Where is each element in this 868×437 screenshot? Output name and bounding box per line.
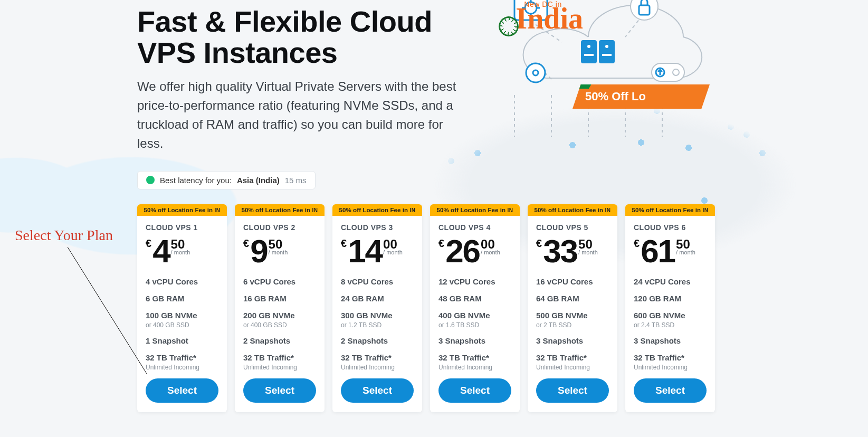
annotation-arrow-icon <box>68 247 163 384</box>
ribbon-flag: IN <box>215 207 221 213</box>
plan-name: CLOUD VPS 4 <box>438 223 511 232</box>
spec-traffic: 32 TB Traffic* Unlimited Incoming <box>243 353 316 371</box>
select-plan-button[interactable]: Select <box>243 378 316 403</box>
price-cents: 50 <box>171 238 190 251</box>
plan-name: CLOUD VPS 3 <box>341 223 414 232</box>
spec-ram: 120 GB RAM <box>634 294 707 303</box>
currency-symbol: € <box>341 238 347 249</box>
spec-traffic: 32 TB Traffic* Unlimited Incoming <box>438 353 511 371</box>
price-cents: 50 <box>578 238 598 251</box>
plan-price: € 9 50 / month <box>243 235 316 268</box>
ribbon-text: 50% off Location Fee in <box>632 207 701 213</box>
latency-location: Asia (India) <box>237 176 280 185</box>
annotation-select-your-plan: Select Your Plan <box>15 227 113 244</box>
ribbon-flag: IN <box>410 207 416 213</box>
currency-symbol: € <box>438 238 444 249</box>
select-plan-button[interactable]: Select <box>536 378 609 403</box>
spec-traffic-sub: Unlimited Incoming <box>438 364 511 371</box>
spec-traffic: 32 TB Traffic* Unlimited Incoming <box>634 353 707 371</box>
spec-nvme: 500 GB NVMe or 2 TB SSD <box>536 311 609 329</box>
plan-price: € 14 00 / month <box>341 235 414 268</box>
spec-traffic-main: 32 TB Traffic* <box>341 353 392 362</box>
select-plan-button[interactable]: Select <box>341 378 414 403</box>
latency-ms: 15 ms <box>285 176 307 185</box>
ribbon-text: 50% off Location Fee in <box>534 207 603 213</box>
page-title: Fast & Flexible Cloud VPS Instances <box>137 6 475 69</box>
ribbon-text: 50% off Location Fee in <box>241 207 310 213</box>
spec-nvme-alt: or 2 TB SSD <box>536 321 609 329</box>
spec-cpu: 8 vCPU Cores <box>341 277 414 287</box>
price-period: / month <box>676 250 695 255</box>
ribbon-flag: IN <box>605 207 611 213</box>
spec-nvme: 600 GB NVMe or 2.4 TB SSD <box>634 311 707 329</box>
price-euros: 26 <box>445 235 480 268</box>
spec-nvme-main: 200 GB NVMe <box>243 311 295 320</box>
plan-ribbon: 50% off Location Fee in IN <box>137 204 227 216</box>
spec-snapshots: 3 Snapshots <box>438 336 511 346</box>
price-cents: 00 <box>383 238 403 251</box>
annotation-text: Select Your Plan <box>15 227 113 243</box>
svg-line-28 <box>68 247 147 374</box>
select-plan-button[interactable]: Select <box>438 378 511 403</box>
ribbon-flag: IN <box>508 207 513 213</box>
price-cents: 50 <box>269 238 288 251</box>
spec-nvme-alt: or 2.4 TB SSD <box>634 321 707 329</box>
price-cents: 50 <box>676 238 695 251</box>
plan-price: € 61 50 / month <box>634 235 707 268</box>
plan-card: 50% off Location Fee in IN CLOUD VPS 6 €… <box>625 204 715 413</box>
plan-name: CLOUD VPS 5 <box>536 223 609 232</box>
spec-nvme-main: 500 GB NVMe <box>536 311 588 320</box>
promo-banner: 50% Off Lo <box>573 84 710 109</box>
spec-cpu: 24 vCPU Cores <box>634 277 707 287</box>
spec-nvme-alt: or 400 GB SSD <box>243 321 316 329</box>
spec-nvme: 300 GB NVMe or 1.2 TB SSD <box>341 311 414 329</box>
plan-price: € 33 50 / month <box>536 235 609 268</box>
price-euros: 61 <box>641 235 675 268</box>
price-euros: 14 <box>348 235 382 268</box>
spec-nvme: 200 GB NVMe or 400 GB SSD <box>243 311 316 329</box>
spec-ram: 64 GB RAM <box>536 294 609 303</box>
price-period: / month <box>481 250 500 255</box>
plan-ribbon: 50% off Location Fee in IN <box>332 204 422 216</box>
plan-card: 50% off Location Fee in IN CLOUD VPS 4 €… <box>430 204 520 413</box>
plan-name: CLOUD VPS 1 <box>146 223 218 232</box>
spec-nvme-main: 400 GB NVMe <box>438 311 490 320</box>
spec-traffic: 32 TB Traffic* Unlimited Incoming <box>536 353 609 371</box>
spec-ram: 48 GB RAM <box>438 294 511 303</box>
plan-card: 50% off Location Fee in IN CLOUD VPS 5 €… <box>528 204 617 413</box>
latency-status-dot-icon <box>146 176 155 184</box>
spec-snapshots: 3 Snapshots <box>536 336 609 346</box>
spec-traffic-sub: Unlimited Incoming <box>634 364 707 371</box>
spec-traffic: 32 TB Traffic* Unlimited Incoming <box>341 353 414 371</box>
ribbon-flag: IN <box>703 207 709 213</box>
price-period: / month <box>171 250 190 255</box>
spec-traffic-main: 32 TB Traffic* <box>536 353 587 362</box>
plan-price: € 26 00 / month <box>438 235 511 268</box>
spec-cpu: 16 vCPU Cores <box>536 277 609 287</box>
price-period: / month <box>578 250 598 255</box>
spec-traffic-main: 32 TB Traffic* <box>438 353 489 362</box>
spec-traffic-main: 32 TB Traffic* <box>243 353 294 362</box>
price-cents: 00 <box>481 238 500 251</box>
plan-card: 50% off Location Fee in IN CLOUD VPS 2 €… <box>235 204 325 413</box>
spec-ram: 24 GB RAM <box>341 294 414 303</box>
spec-traffic-sub: Unlimited Incoming <box>536 364 609 371</box>
latency-lead: Best latency for you: <box>160 176 232 185</box>
plan-ribbon: 50% off Location Fee in IN <box>528 204 617 216</box>
spec-cpu: 6 vCPU Cores <box>243 277 316 287</box>
spec-traffic-main: 32 TB Traffic* <box>634 353 684 362</box>
spec-traffic-sub: Unlimited Incoming <box>243 364 316 371</box>
currency-symbol: € <box>634 238 640 249</box>
latency-pill[interactable]: Best latency for you: Asia (India) 15 ms <box>137 171 316 189</box>
ribbon-flag: IN <box>312 207 318 213</box>
plan-name: CLOUD VPS 2 <box>243 223 316 232</box>
select-plan-button[interactable]: Select <box>634 378 707 403</box>
currency-symbol: € <box>536 238 542 249</box>
plan-ribbon: 50% off Location Fee in IN <box>625 204 715 216</box>
spec-nvme: 400 GB NVMe or 1.6 TB SSD <box>438 311 511 329</box>
price-period: / month <box>383 250 403 255</box>
plan-ribbon: 50% off Location Fee in IN <box>430 204 520 216</box>
price-euros: 33 <box>543 235 577 268</box>
spec-snapshots: 2 Snapshots <box>341 336 414 346</box>
spec-nvme-main: 600 GB NVMe <box>634 311 685 320</box>
